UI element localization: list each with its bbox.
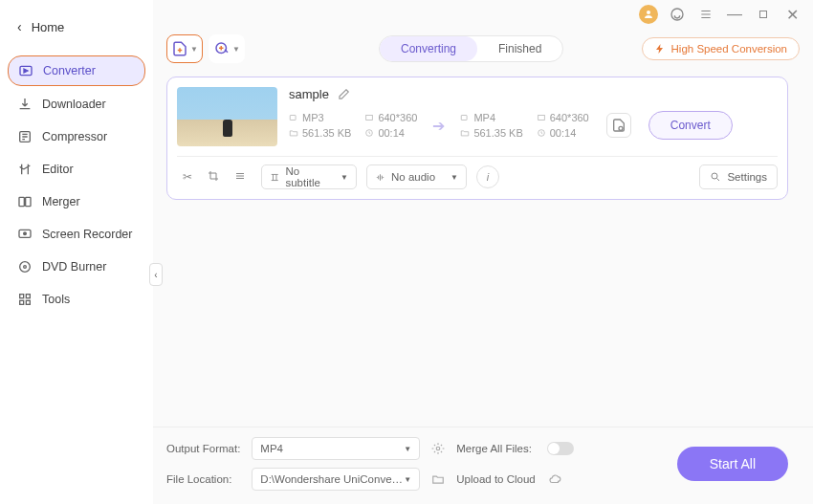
svg-point-7 <box>24 266 27 269</box>
editor-icon <box>17 162 33 177</box>
tools-icon <box>17 292 33 307</box>
start-all-button[interactable]: Start All <box>677 447 788 481</box>
subtitle-icon <box>270 172 279 183</box>
clock-icon <box>537 128 546 138</box>
svg-point-22 <box>619 126 623 130</box>
chevron-down-icon: ▼ <box>341 173 348 182</box>
lightning-icon <box>654 43 666 55</box>
sidebar-item-downloader[interactable]: Downloader <box>8 90 145 119</box>
titlebar: — ✕ <box>153 0 813 29</box>
trim-icon[interactable]: ✂ <box>183 170 192 185</box>
chevron-down-icon: ▼ <box>404 475 411 484</box>
chevron-down-icon: ▼ <box>232 45 240 54</box>
output-format-select[interactable]: MP4 ▼ <box>252 437 420 460</box>
file-location-label: File Location: <box>166 473 240 485</box>
sidebar-item-dvd-burner[interactable]: DVD Burner <box>8 252 145 281</box>
resolution-icon <box>364 113 374 122</box>
cloud-icon[interactable] <box>547 472 574 486</box>
dvd-icon <box>17 259 33 274</box>
sidebar-item-label: DVD Burner <box>42 260 106 274</box>
add-file-button[interactable]: ▼ <box>166 34 203 63</box>
downloader-icon <box>17 97 33 112</box>
open-folder-icon[interactable] <box>431 472 445 486</box>
dst-format: MP4 <box>473 112 495 123</box>
info-button[interactable]: i <box>476 165 499 188</box>
add-file-icon <box>171 40 188 57</box>
audio-select[interactable]: No audio ▼ <box>366 164 467 189</box>
effects-icon[interactable] <box>234 170 246 185</box>
sidebar-item-label: Downloader <box>42 98 106 111</box>
crop-icon[interactable] <box>208 170 219 185</box>
sidebar-item-label: Compressor <box>42 130 107 143</box>
converter-icon <box>18 63 33 78</box>
edit-name-icon[interactable] <box>337 88 350 101</box>
user-avatar[interactable] <box>639 5 658 24</box>
convert-button[interactable]: Convert <box>648 111 733 140</box>
audio-icon <box>375 172 385 183</box>
sidebar-item-converter[interactable]: Converter <box>8 55 145 86</box>
svg-rect-17 <box>366 116 373 121</box>
subtitle-select[interactable]: No subtitle ▼ <box>261 164 357 189</box>
video-icon <box>289 113 298 122</box>
file-card: sample MP3 640*360 561.35 KB 00:14 ➔ <box>166 77 788 200</box>
chevron-down-icon: ▼ <box>450 173 458 182</box>
format-settings-icon[interactable] <box>431 442 445 455</box>
menu-icon[interactable] <box>696 5 715 24</box>
maximize-icon[interactable] <box>754 5 773 24</box>
svg-rect-9 <box>26 295 30 298</box>
output-format-label: Output Format: <box>166 443 240 454</box>
sidebar-collapse-button[interactable]: ‹ <box>149 263 163 286</box>
svg-rect-14 <box>760 11 767 18</box>
add-url-icon <box>213 40 231 57</box>
sidebar-item-compressor[interactable]: Compressor <box>8 122 145 151</box>
arrow-right-icon: ➔ <box>427 117 450 135</box>
src-dur: 00:14 <box>378 127 405 139</box>
home-label[interactable]: Home <box>32 20 65 34</box>
sidebar-item-label: Converter <box>43 64 96 77</box>
tab-converting[interactable]: Converting <box>380 36 477 61</box>
folder-icon <box>460 128 470 138</box>
status-tabs: Converting Finished <box>379 35 563 62</box>
svg-rect-19 <box>462 116 468 121</box>
sidebar-item-label: Merger <box>42 195 80 208</box>
sidebar-item-merger[interactable]: Merger <box>8 187 145 216</box>
svg-rect-11 <box>26 300 30 304</box>
chevron-down-icon: ▼ <box>190 45 198 54</box>
src-size: 561.35 KB <box>302 127 351 139</box>
file-location-value: D:\Wondershare UniConverter 1 <box>260 473 404 485</box>
svg-rect-16 <box>290 116 296 121</box>
clock-icon <box>364 128 374 138</box>
support-icon[interactable] <box>668 5 687 24</box>
compressor-icon <box>17 129 33 144</box>
add-url-button[interactable]: ▼ <box>209 34 245 63</box>
tab-finished[interactable]: Finished <box>477 36 562 61</box>
svg-rect-10 <box>20 300 24 304</box>
output-format-value: MP4 <box>260 443 283 454</box>
magnify-icon <box>710 171 721 183</box>
file-location-select[interactable]: D:\Wondershare UniConverter 1 ▼ <box>252 468 420 491</box>
file-name: sample <box>289 87 329 101</box>
sidebar-item-tools[interactable]: Tools <box>8 285 145 314</box>
dst-dur: 00:14 <box>550 127 577 139</box>
sidebar-item-label: Screen Recorder <box>42 228 133 241</box>
card-settings-button[interactable]: Settings <box>699 164 778 189</box>
settings-label: Settings <box>727 171 767 183</box>
svg-point-5 <box>24 232 27 235</box>
close-icon[interactable]: ✕ <box>782 5 802 24</box>
svg-rect-8 <box>20 295 24 298</box>
merge-toggle[interactable] <box>547 442 574 455</box>
sidebar-item-screen-recorder[interactable]: Screen Recorder <box>8 220 145 249</box>
svg-point-6 <box>20 262 31 273</box>
svg-rect-3 <box>26 197 31 206</box>
chevron-down-icon: ▼ <box>404 445 411 453</box>
merger-icon <box>17 194 33 209</box>
sidebar-item-editor[interactable]: Editor <box>8 155 145 184</box>
screen-recorder-icon <box>17 227 33 242</box>
video-icon <box>460 113 470 122</box>
minimize-icon[interactable]: — <box>725 5 744 24</box>
high-speed-badge[interactable]: High Speed Conversion <box>642 37 800 60</box>
output-settings-button[interactable] <box>606 113 631 138</box>
sidebar-item-label: Tools <box>42 293 70 306</box>
back-button[interactable]: ‹ <box>17 19 22 34</box>
video-thumbnail[interactable] <box>177 87 277 146</box>
